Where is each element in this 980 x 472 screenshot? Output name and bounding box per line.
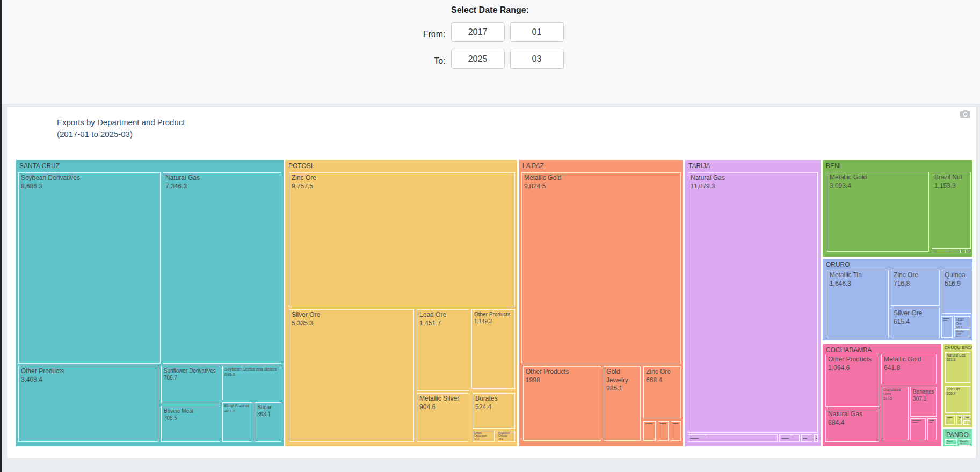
treemap-cell-pando-metallic-gold[interactable]: Metallic Gold131.1 (959, 439, 970, 444)
treemap-cell-potosi-lead-ore[interactable]: Lead Ore1,451.7 (417, 309, 469, 391)
treemap-cell-potosi-borates[interactable]: Borates524.4 (473, 393, 515, 429)
cell-label: Zinc Ore (894, 271, 937, 280)
treemap-cell-la-paz-small[interactable] (671, 421, 681, 441)
treemap-cell-chuquisaca-small[interactable] (963, 420, 970, 425)
treemap-cell-chuquisaca-small[interactable] (963, 415, 970, 419)
treemap-cell-santa-cruz-sugar[interactable]: Sugar363.1 (255, 402, 281, 442)
treemap-cell-potosi-lithium-carbonates[interactable]: Lithium Carbonates97.3 (473, 431, 495, 442)
treemap-cell-chuquisaca-small[interactable] (956, 415, 962, 425)
treemap-cell-la-paz-other-products[interactable]: Other Products1998 (523, 366, 601, 441)
treemap-cell-la-paz-zinc-ore[interactable]: Zinc Ore668.4 (643, 366, 681, 418)
cell-label: Zinc Ore (947, 387, 969, 391)
cell-label: Borates (475, 395, 512, 403)
cell-value: 1,149.3 (474, 318, 512, 325)
chart-title-line2: (2017-01 to 2025-03) (57, 128, 185, 140)
plotly-modebar (960, 109, 970, 118)
dept-label-oruro: ORURO (823, 259, 972, 268)
treemap-cell-tarija-natural-gas[interactable]: Natural Gas11,079.3 (688, 172, 818, 433)
treemap-cell-oruro-metallic-gold[interactable]: Metallic Gold83.2 (954, 329, 970, 337)
cell-value: 693.8 (224, 372, 279, 377)
cell-value: 9,824.5 (524, 183, 678, 191)
cell-value: 8,686.3 (21, 183, 158, 191)
treemap-cell-beni-small[interactable] (967, 250, 970, 253)
from-year-input[interactable] (451, 22, 505, 42)
treemap-cell-potosi-metallic-silver[interactable]: Metallic Silver904.6 (417, 393, 469, 442)
date-range-controls: Select Date Range: From: To: (417, 5, 564, 69)
treemap-cell-beni-brazil-nut[interactable]: Brazil Nut1,153.3 (932, 172, 971, 249)
treemap-cell-la-paz-gold-jewelry[interactable]: Gold Jewelry985.1 (604, 366, 641, 441)
camera-icon[interactable] (960, 109, 970, 118)
treemap-cell-tarija-small[interactable] (801, 434, 812, 442)
cell-value: 9,757.5 (292, 183, 512, 191)
cell-label: Zinc Ore (646, 368, 678, 376)
cell-value: 716.8 (894, 280, 937, 288)
dept-label-pando: PANDO (943, 429, 972, 439)
cell-label: Silver Ore (292, 311, 411, 319)
treemap-cell-santa-cruz-natural-gas[interactable]: Natural Gas7,346.3 (163, 172, 281, 364)
treemap-cell-oruro-metallic-tin[interactable]: Metallic Tin1,646.3 (827, 270, 889, 338)
treemap-cell-oruro-zinc-ore[interactable]: Zinc Ore716.8 (891, 270, 940, 306)
treemap-cell-tarija-small[interactable] (779, 434, 800, 442)
from-month-input[interactable] (510, 22, 564, 42)
treemap-cell-cochabamba-other-products[interactable]: Other Products1,064.6 (825, 354, 879, 407)
treemap-cell-cochabamba-natural-gas[interactable]: Natural Gas684.4 (825, 409, 879, 442)
treemap-chart: SANTA CRUZSoybean Derivatives8,686.3Natu… (16, 160, 972, 446)
treemap-cell-la-paz-small[interactable] (643, 421, 656, 441)
treemap-cell-cochabamba-metallic-gold[interactable]: Metallic Gold641.8 (881, 354, 937, 384)
cell-value: 307.1 (913, 395, 934, 402)
cell-label: Lead Ore (956, 317, 969, 326)
chart-title-line1: Exports by Department and Product (57, 117, 185, 128)
treemap-cell-tarija-small[interactable] (814, 434, 818, 442)
to-month-input[interactable] (510, 49, 564, 69)
treemap-cell-beni-small[interactable] (962, 250, 966, 253)
cell-value: 99.1 (956, 326, 969, 328)
treemap-cell-pando-small[interactable] (959, 445, 970, 446)
treemap-cell-oruro-silver-ore[interactable]: Silver Ore615.4 (891, 308, 940, 338)
treemap-cell-santa-cruz-other-products[interactable]: Other Products3,408.4 (18, 366, 158, 442)
treemap-cell-oruro-quinoa[interactable]: Quinoa516.9 (942, 270, 971, 314)
treemap-cell-chuquisaca-zinc-ore[interactable]: Zinc Ore206.4 (945, 386, 970, 413)
treemap-cell-potosi-potassium-chloride[interactable]: Potassium Chloride78.1 (497, 431, 515, 442)
cell-label: Ethyl Alcohol (224, 403, 250, 409)
cell-label: Metallic Gold (830, 173, 926, 182)
treemap-cell-potosi-silver-ore[interactable]: Silver Ore5,335.3 (289, 309, 414, 442)
from-row: From: (417, 22, 564, 42)
treemap-cell-cochabamba-small[interactable] (927, 418, 937, 440)
cell-value: 597.5 (883, 396, 907, 401)
treemap-cell-cochabamba-small[interactable] (910, 418, 926, 440)
treemap-cell-potosi-other-products[interactable]: Other Products1,149.3 (471, 309, 515, 389)
treemap-cell-cochabamba-granulated-urea[interactable]: Granulated Urea597.5 (882, 387, 909, 440)
treemap-cell-santa-cruz-ethyl-alcohol[interactable]: Ethyl Alcohol423.2 (222, 402, 252, 442)
treemap-cell-tarija-small[interactable] (688, 434, 778, 442)
cell-value: 78.1 (498, 438, 513, 440)
cell-label: Metallic Tin (830, 271, 886, 280)
cell-value: 524.4 (475, 403, 512, 412)
treemap-cell-oruro-lead-ore[interactable]: Lead Ore99.1 (954, 316, 970, 328)
dept-label-la-paz: LA PAZ (519, 160, 683, 170)
treemap-cell-santa-cruz-sunflower-derivatives[interactable]: Sunflower Derivatives786.7 (161, 366, 220, 403)
treemap-cell-oruro-small[interactable] (941, 316, 953, 338)
treemap-cell-la-paz-metallic-gold[interactable]: Metallic Gold9,824.5 (521, 172, 681, 364)
cell-value: 321.8 (947, 358, 969, 362)
to-year-input[interactable] (451, 49, 505, 69)
dept-label-santa-cruz: SANTA CRUZ (16, 160, 284, 170)
cell-label: Soybean Derivatives (21, 174, 158, 183)
treemap-cell-santa-cruz-bovine-meat[interactable]: Bovine Meat706.5 (161, 406, 220, 442)
treemap-cell-cochabamba-bananas[interactable]: Bananas307.1 (910, 387, 937, 417)
cell-label: Other Products (526, 368, 599, 376)
dept-label-chuquisaca: CHUQUISACA (943, 344, 972, 350)
cell-value: 668.4 (646, 376, 678, 385)
cell-value: 423.2 (224, 409, 250, 414)
treemap-cell-potosi-zinc-ore[interactable]: Zinc Ore9,757.5 (289, 172, 515, 307)
treemap-cell-chuquisaca-natural-gas[interactable]: Natural Gas321.8 (945, 352, 970, 383)
treemap-cell-chuquisaca-small[interactable] (945, 415, 955, 425)
treemap-cell-la-paz-small[interactable] (658, 421, 669, 441)
treemap-cell-santa-cruz-soybean-derivatives[interactable]: Soybean Derivatives8,686.3 (18, 172, 161, 364)
cell-value: 1,153.3 (934, 182, 968, 191)
treemap-cell-beni-small[interactable] (932, 250, 961, 253)
cell-label: Zinc Ore (292, 174, 512, 183)
treemap-cell-beni-metallic-gold[interactable]: Metallic Gold3,093.4 (827, 172, 929, 252)
treemap-cell-pando-brazil-nut[interactable]: Brazil Nut182.8 (945, 439, 957, 445)
chart-card: Exports by Department and Product (2017-… (6, 106, 976, 459)
treemap-cell-santa-cruz-soybean-seeds-and-beans[interactable]: Soybean Seeds and Beans693.8 (222, 366, 281, 400)
